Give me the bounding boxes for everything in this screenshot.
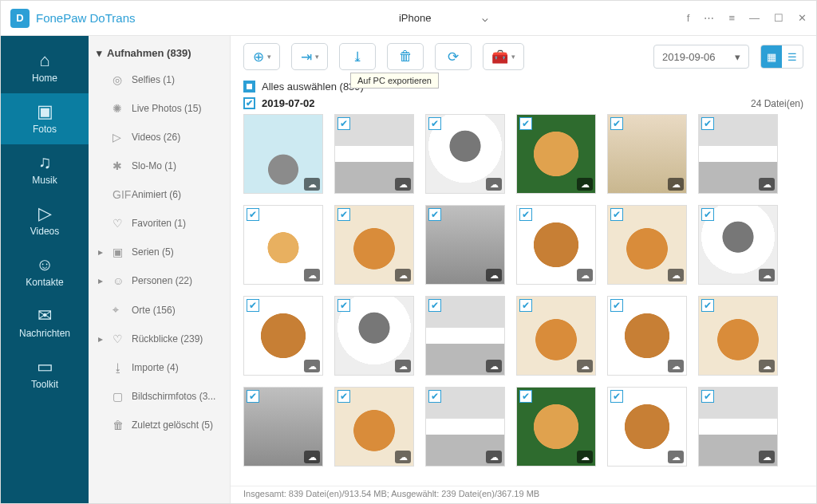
delete-button[interactable]: 🗑 <box>387 43 424 70</box>
date-group-header[interactable]: ✔ 2019-07-02 24 Datei(en) <box>231 94 816 114</box>
feedback-icon[interactable]: ⋯ <box>704 12 714 24</box>
photo-thumbnail[interactable]: ✔☁ <box>516 205 596 285</box>
nav-item-musik[interactable]: ♫Musik <box>1 144 89 195</box>
refresh-button[interactable]: ⟳ <box>435 43 472 70</box>
date-filter[interactable]: 2019-09-06 ▾ <box>653 45 749 69</box>
photo-thumbnail[interactable]: ☁ <box>243 114 323 194</box>
toolkit-icon: ▭ <box>37 358 53 376</box>
thumb-checkbox[interactable]: ✔ <box>428 208 441 221</box>
thumb-checkbox[interactable]: ✔ <box>701 117 714 130</box>
maximize-button[interactable]: ☐ <box>774 12 783 24</box>
sidebar-item[interactable]: ▸▣Serien (5) <box>89 238 230 266</box>
add-button[interactable]: ⊕▾ <box>243 43 280 70</box>
thumb-checkbox[interactable]: ✔ <box>519 117 532 130</box>
status-bar: Insgesamt: 839 Datei(en)/913.54 MB; Ausg… <box>231 486 816 503</box>
select-all-checkbox[interactable] <box>243 81 255 93</box>
sidebar-item[interactable]: ◎Selfies (1) <box>89 65 230 94</box>
thumb-checkbox[interactable]: ✔ <box>519 208 532 221</box>
thumb-checkbox[interactable]: ✔ <box>337 299 350 312</box>
nav-label: Fotos <box>33 124 57 135</box>
device-selector[interactable]: iPhone ⌵ <box>327 7 495 30</box>
thumb-checkbox[interactable]: ✔ <box>337 117 350 130</box>
photo-thumbnail[interactable]: ✔☁ <box>607 114 687 194</box>
photo-thumbnail[interactable]: ✔☁ <box>607 205 687 285</box>
thumb-checkbox[interactable]: ✔ <box>247 299 259 312</box>
photo-thumbnail[interactable]: ✔☁ <box>425 387 505 467</box>
sidebar-item[interactable]: ▸♡Rückblicke (239) <box>89 325 230 353</box>
thumb-checkbox[interactable]: ✔ <box>519 299 532 312</box>
sidebar-item-label: Orte (156) <box>132 305 176 316</box>
nav-item-home[interactable]: ⌂Home <box>1 42 89 93</box>
photo-thumbnail[interactable]: ✔☁ <box>243 387 323 467</box>
sidebar-item[interactable]: GIFAnimiert (6) <box>89 180 230 209</box>
sidebar-item[interactable]: ✺Live Photos (15) <box>89 94 230 123</box>
cloud-icon: ☁ <box>668 269 684 282</box>
minimize-button[interactable]: — <box>749 12 760 24</box>
to-device-button[interactable]: ⇥▾ <box>291 43 328 70</box>
chevron-down-icon: ⌵ <box>482 12 488 24</box>
thumb-checkbox[interactable]: ✔ <box>428 390 441 403</box>
photo-thumbnail[interactable]: ✔☁ <box>516 387 596 467</box>
sidebar-item[interactable]: ▢Bildschirmfotos (3... <box>89 382 230 411</box>
nav-item-toolkit[interactable]: ▭Toolkit <box>1 348 89 400</box>
photo-thumbnail[interactable]: ✔☁ <box>607 387 687 467</box>
photo-thumbnail[interactable]: ✔☁ <box>698 114 778 194</box>
facebook-icon[interactable]: f <box>687 12 690 24</box>
photo-thumbnail[interactable]: ✔☁ <box>334 205 414 285</box>
photo-thumbnail[interactable]: ✔☁ <box>334 296 414 376</box>
sidebar-item-label: Selfies (1) <box>132 74 175 85</box>
photo-thumbnail[interactable]: ✔☁ <box>698 296 778 376</box>
thumb-checkbox[interactable]: ✔ <box>519 390 532 403</box>
photo-thumbnail[interactable]: ✔☁ <box>698 387 778 467</box>
photo-thumbnail[interactable]: ✔☁ <box>607 296 687 376</box>
photo-thumbnail[interactable]: ✔☁ <box>243 296 323 376</box>
photo-thumbnail[interactable]: ✔☁ <box>698 205 778 285</box>
group-checkbox[interactable]: ✔ <box>243 97 255 109</box>
sidebar-head-aufnahmen[interactable]: ▾ Aufnahmen (839) <box>89 41 230 65</box>
export-to-pc-button[interactable]: ⤓ <box>339 43 376 70</box>
thumb-checkbox[interactable]: ✔ <box>247 390 259 403</box>
thumb-checkbox[interactable]: ✔ <box>701 208 714 221</box>
sidebar-item[interactable]: ▸☺Personen (22) <box>89 266 230 295</box>
sidebar-item[interactable]: ⭳Importe (4) <box>89 353 230 382</box>
close-button[interactable]: ✕ <box>798 12 807 24</box>
sidebar-item-label: Serien (5) <box>132 246 174 258</box>
thumb-checkbox[interactable]: ✔ <box>337 208 350 221</box>
list-view-button[interactable]: ☰ <box>782 45 803 68</box>
photo-thumbnail[interactable]: ✔☁ <box>425 114 505 194</box>
grid-view-button[interactable]: ▦ <box>761 45 782 68</box>
chevron-right-icon: ▸ <box>98 246 105 258</box>
sidebar-item[interactable]: ⌖Orte (156) <box>89 295 230 325</box>
select-all-row[interactable]: Alles auswählen (839) <box>231 77 816 94</box>
device-name: iPhone <box>399 12 431 24</box>
thumb-checkbox[interactable]: ✔ <box>337 390 350 403</box>
photo-thumbnail[interactable]: ✔☁ <box>334 387 414 467</box>
thumb-checkbox[interactable]: ✔ <box>610 299 623 312</box>
toolbox-button[interactable]: 🧰▾ <box>483 43 524 70</box>
photo-thumbnail[interactable]: ✔☁ <box>243 205 323 285</box>
thumb-checkbox[interactable]: ✔ <box>701 299 714 312</box>
menu-icon[interactable]: ≡ <box>728 12 735 24</box>
nav-item-fotos[interactable]: ▣Fotos <box>1 93 89 144</box>
thumb-checkbox[interactable]: ✔ <box>610 390 623 403</box>
photo-thumbnail[interactable]: ✔☁ <box>516 114 596 194</box>
thumb-checkbox[interactable]: ✔ <box>701 390 714 403</box>
photo-thumbnail[interactable]: ✔☁ <box>516 296 596 376</box>
nav-item-videos[interactable]: ▷Videos <box>1 195 89 246</box>
sidebar-item[interactable]: ✱Slo-Mo (1) <box>89 152 230 180</box>
thumb-checkbox[interactable]: ✔ <box>428 299 441 312</box>
sidebar-item[interactable]: ♡Favoriten (1) <box>89 209 230 238</box>
sidebar-item[interactable]: 🗑Zuletzt gelöscht (5) <box>89 411 230 439</box>
category-icon: ✺ <box>112 102 125 115</box>
sidebar-item[interactable]: ▷Videos (26) <box>89 123 230 152</box>
thumb-checkbox[interactable]: ✔ <box>610 208 623 221</box>
nav-item-kontakte[interactable]: ☺Kontakte <box>1 246 89 297</box>
nav-item-nachrichten[interactable]: ✉Nachrichten <box>1 297 89 348</box>
photo-thumbnail[interactable]: ✔☁ <box>425 296 505 376</box>
cloud-icon: ☁ <box>304 451 320 463</box>
photo-thumbnail[interactable]: ✔☁ <box>425 205 505 285</box>
thumb-checkbox[interactable]: ✔ <box>247 208 259 221</box>
thumb-checkbox[interactable]: ✔ <box>610 117 623 130</box>
photo-thumbnail[interactable]: ✔☁ <box>334 114 414 194</box>
thumb-checkbox[interactable]: ✔ <box>428 117 441 130</box>
